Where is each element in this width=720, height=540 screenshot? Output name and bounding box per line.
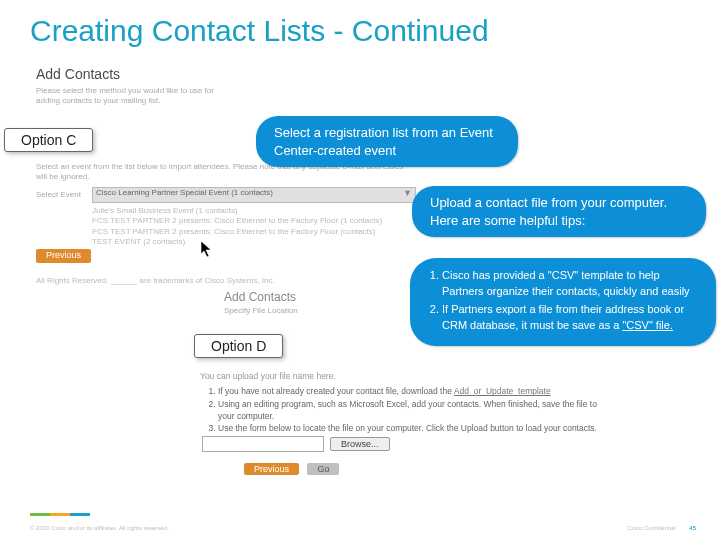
add-contacts-note: Please select the method you would like …	[36, 86, 236, 107]
tip-1: Cisco has provided a "CSV" template to h…	[442, 268, 702, 300]
cursor-icon	[200, 240, 214, 258]
previous-button-top[interactable]: Previous	[36, 249, 91, 263]
rights-text: All Rights Reserved. ______ are trademar…	[36, 276, 396, 285]
page-title: Creating Contact Lists - Continued	[30, 14, 489, 48]
add-contacts-2-heading: Add Contacts	[224, 290, 384, 306]
file-instructions: You can upload your file name here. If y…	[200, 370, 610, 435]
option-d-label: Option D	[194, 334, 283, 358]
file-lead: You can upload your file name here.	[200, 370, 610, 382]
file-step-2: Using an editing program, such as Micros…	[218, 398, 610, 423]
file-step-1: If you have not already created your con…	[218, 385, 610, 397]
add-contacts-2: Add Contacts Specify File Location	[224, 290, 384, 316]
file-step-3: Use the form below to locate the file on…	[218, 422, 610, 434]
event-option-0: Cisco Learning Partner Special Event (1 …	[93, 188, 273, 197]
event-option-2: FCS TEST PARTNER 2 presents: Cisco Ether…	[36, 216, 416, 226]
event-option-4: TEST EVENT (2 contacts)	[36, 237, 416, 247]
event-select-block: Select an event from the list below to i…	[36, 162, 416, 263]
tip-2: If Partners export a file from their add…	[442, 302, 702, 334]
event-select-dropdown[interactable]: Cisco Learning Partner Special Event (1 …	[92, 187, 416, 203]
go-button[interactable]: Go	[307, 463, 339, 475]
footer-right: Cisco Confidential 45	[627, 525, 696, 531]
callout-upload-file: Upload a contact file from your computer…	[412, 186, 706, 237]
event-option-3: FCS TEST PARTNER 2 presents: Cisco Ether…	[36, 227, 416, 237]
footer-copyright: © 2010 Cisco and/or its affiliates. All …	[30, 525, 169, 531]
add-contacts-heading: Add Contacts	[36, 66, 120, 82]
callout-tips: Cisco has provided a "CSV" template to h…	[410, 258, 716, 346]
option-c-label: Option C	[4, 128, 93, 152]
add-contacts-2-sub: Specify File Location	[224, 306, 384, 316]
slide: Creating Contact Lists - Continued Add C…	[0, 0, 720, 540]
bottom-buttons: Previous Go	[244, 458, 343, 476]
brand-stripe	[30, 513, 90, 516]
event-select-label: Select Event	[36, 190, 92, 200]
event-option-1: Julie's Small Business Event (1 contacts…	[36, 206, 416, 216]
callout-registration-list: Select a registration list from an Event…	[256, 116, 518, 167]
browse-row: Browse...	[202, 436, 390, 452]
previous-button-bottom[interactable]: Previous	[244, 463, 299, 475]
file-path-input[interactable]	[202, 436, 324, 452]
browse-button[interactable]: Browse...	[330, 437, 390, 451]
page-number: 45	[689, 525, 696, 531]
footer-confidential: Cisco Confidential	[627, 525, 675, 531]
